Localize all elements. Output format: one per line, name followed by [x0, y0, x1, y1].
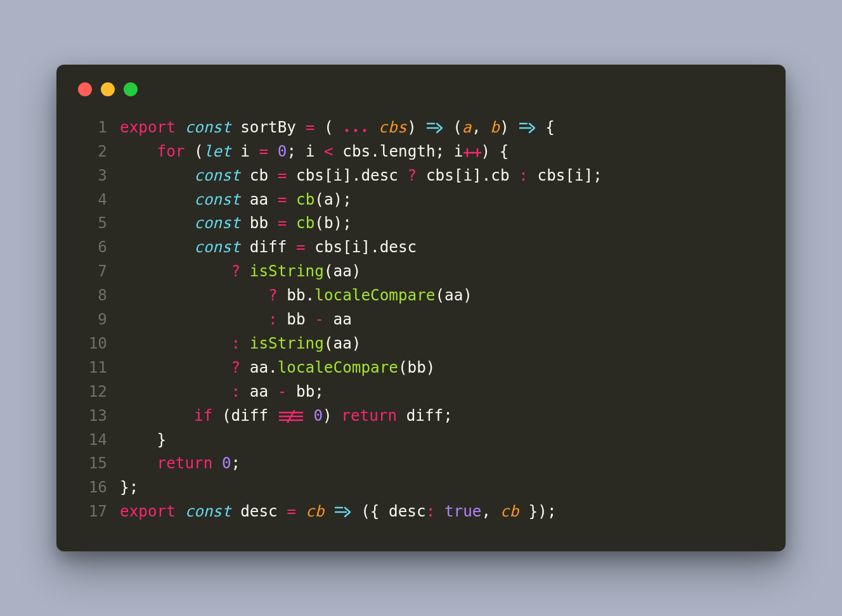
- line-number: 12: [75, 380, 107, 404]
- code-content: export const sortBy = ( cbs) (a, b) {: [120, 115, 555, 139]
- code-line: 13 if (diff 0) return diff;: [75, 404, 763, 428]
- code-line: 3 const cb = cbs[i].desc ? cbs[i].cb : c…: [75, 164, 763, 188]
- code-line: 4 const aa = cb(a);: [75, 188, 763, 212]
- code-line: 14 }: [75, 428, 763, 452]
- code-content: const aa = cb(a);: [120, 188, 352, 212]
- minimize-icon[interactable]: [101, 82, 115, 96]
- code-content: ? isString(aa): [120, 259, 361, 283]
- code-line: 2 for (let i = 0; i < cbs.length; i) {: [75, 139, 763, 164]
- code-content: const cb = cbs[i].desc ? cbs[i].cb : cbs…: [120, 164, 602, 188]
- code-line: 11 ? aa.localeCompare(bb): [75, 356, 763, 380]
- code-content: export const desc = cb ({ desc: true, cb…: [120, 499, 557, 523]
- code-content: ? aa.localeCompare(bb): [120, 356, 435, 380]
- code-content: return 0;: [120, 451, 240, 475]
- line-number: 2: [75, 139, 107, 164]
- code-content: : isString(aa): [120, 331, 361, 356]
- close-icon[interactable]: [78, 82, 92, 96]
- code-line: 7 ? isString(aa): [75, 259, 763, 283]
- line-number: 14: [75, 428, 107, 452]
- line-number: 7: [75, 259, 107, 283]
- page-background: 1export const sortBy = ( cbs) (a, b) {2 …: [0, 0, 842, 616]
- line-number: 10: [75, 331, 107, 356]
- code-content: ? bb.localeCompare(aa): [120, 283, 472, 307]
- line-number: 11: [75, 356, 107, 380]
- svg-point-1: [354, 129, 358, 132]
- code-line: 1export const sortBy = ( cbs) (a, b) {: [75, 115, 763, 139]
- code-content: for (let i = 0; i < cbs.length; i) {: [120, 139, 508, 164]
- line-number: 6: [75, 235, 107, 259]
- line-number: 1: [75, 115, 107, 139]
- zoom-icon[interactable]: [124, 82, 138, 96]
- code-content: const diff = cbs[i].desc: [120, 235, 417, 259]
- code-line: 9 : bb - aa: [75, 307, 763, 331]
- code-line: 10 : isString(aa): [75, 331, 763, 356]
- window-controls: [78, 82, 763, 96]
- code-line: 5 const bb = cb(b);: [75, 211, 763, 235]
- terminal-window: 1export const sortBy = ( cbs) (a, b) {2 …: [56, 65, 786, 551]
- code-line: 12 : aa - bb;: [75, 380, 763, 404]
- line-number: 3: [75, 164, 107, 188]
- code-content: : bb - aa: [120, 307, 352, 331]
- line-number: 15: [75, 451, 107, 475]
- line-number: 9: [75, 307, 107, 331]
- line-number: 8: [75, 283, 107, 307]
- code-editor: 1export const sortBy = ( cbs) (a, b) {2 …: [75, 115, 763, 523]
- line-number: 5: [75, 211, 107, 235]
- line-number: 17: [75, 499, 107, 523]
- code-content: if (diff 0) return diff;: [120, 404, 453, 428]
- code-line: 15 return 0;: [75, 451, 763, 475]
- code-line: 17export const desc = cb ({ desc: true, …: [75, 499, 763, 523]
- code-content: };: [120, 475, 138, 499]
- svg-point-0: [346, 129, 349, 132]
- code-content: }: [120, 428, 166, 452]
- code-content: : aa - bb;: [120, 380, 324, 404]
- code-content: const bb = cb(b);: [120, 211, 352, 235]
- code-line: 8 ? bb.localeCompare(aa): [75, 283, 763, 307]
- code-line: 6 const diff = cbs[i].desc: [75, 235, 763, 259]
- line-number: 4: [75, 188, 107, 212]
- line-number: 13: [75, 404, 107, 428]
- code-line: 16};: [75, 475, 763, 499]
- line-number: 16: [75, 475, 107, 499]
- svg-point-2: [363, 129, 366, 132]
